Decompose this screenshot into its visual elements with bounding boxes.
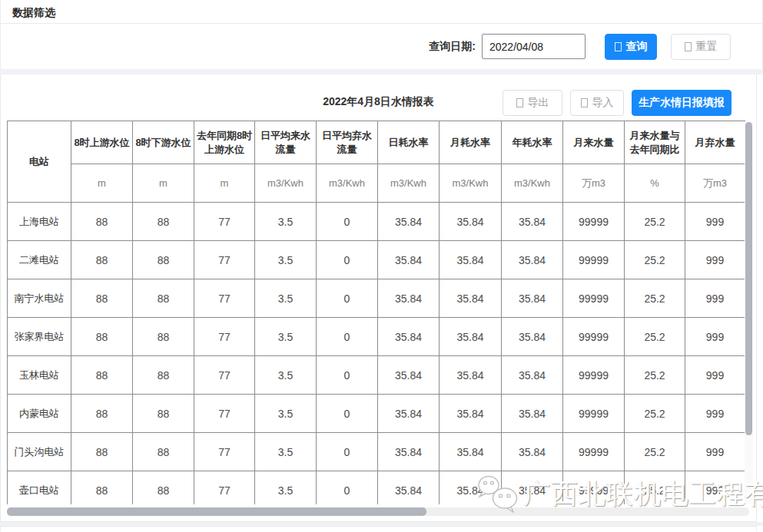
reset-button[interactable]: 重置 xyxy=(671,34,731,60)
value-cell: 999 xyxy=(685,356,745,395)
vertical-scrollbar-thumb[interactable] xyxy=(745,122,752,435)
next-card-edge xyxy=(0,526,757,531)
query-date-input[interactable] xyxy=(482,34,586,59)
unit-cell: 万m3 xyxy=(685,164,745,203)
unit-cell: m3/Kwh xyxy=(317,164,378,203)
value-cell: 3.5 xyxy=(255,356,317,395)
fill-button-label: 生产水情日报填报 xyxy=(639,96,725,110)
value-cell: 999 xyxy=(685,241,745,279)
unit-cell: m3/Kwh xyxy=(255,164,317,203)
table-row: 门头沟电站8888773.5035.8435.8435.849999925.29… xyxy=(8,433,745,471)
import-icon xyxy=(581,98,588,107)
vertical-scrollbar xyxy=(745,121,753,504)
horizontal-scrollbar-thumb[interactable] xyxy=(7,507,426,516)
value-cell: 88 xyxy=(71,433,133,471)
value-cell: 35.84 xyxy=(378,203,440,241)
value-cell: 0 xyxy=(317,241,378,279)
search-icon xyxy=(615,42,622,51)
value-cell: 77 xyxy=(194,203,255,241)
value-cell: 77 xyxy=(194,433,255,471)
header-cell: 8时下游水位 xyxy=(133,121,194,164)
filter-title: 数据筛选 xyxy=(1,0,762,24)
value-cell: 35.84 xyxy=(502,241,563,279)
value-cell: 88 xyxy=(71,279,133,318)
value-cell: 35.84 xyxy=(378,279,440,318)
value-cell: 35.84 xyxy=(502,203,563,241)
station-cell: 二滩电站 xyxy=(8,241,71,279)
header-cell: 日平均来水流量 xyxy=(255,121,317,164)
value-cell: 88 xyxy=(133,279,194,318)
value-cell: 35.84 xyxy=(502,318,563,356)
table-row: 上海电站8888773.5035.8435.8435.849999925.299… xyxy=(8,203,745,241)
value-cell: 3.5 xyxy=(255,433,317,471)
value-cell: 77 xyxy=(194,241,255,279)
value-cell: 3.5 xyxy=(255,241,317,279)
value-cell: 88 xyxy=(133,203,194,241)
reset-icon xyxy=(685,42,692,51)
export-button-label: 导出 xyxy=(528,96,549,110)
value-cell: 25.2 xyxy=(625,356,685,395)
value-cell: 99999 xyxy=(563,203,625,241)
table-row: 二滩电站8888773.5035.8435.8435.849999925.299… xyxy=(8,241,745,279)
value-cell: 25.2 xyxy=(625,433,685,471)
water-report-table: 电站8时上游水位8时下游水位去年同期8时上游水位日平均来水流量日平均弃水流量日耗… xyxy=(7,121,745,504)
value-cell: 35.84 xyxy=(378,318,440,356)
value-cell: 88 xyxy=(133,395,194,433)
value-cell: 35.84 xyxy=(440,318,502,356)
value-cell: 77 xyxy=(194,356,255,395)
value-cell: 35.84 xyxy=(440,203,502,241)
value-cell: 25.2 xyxy=(625,471,685,505)
value-cell: 88 xyxy=(133,356,194,395)
value-cell: 0 xyxy=(317,318,378,356)
value-cell: 25.2 xyxy=(625,241,685,279)
value-cell: 99999 xyxy=(563,433,625,471)
value-cell: 35.84 xyxy=(378,433,440,471)
value-cell: 35.84 xyxy=(440,433,502,471)
horizontal-scrollbar xyxy=(7,507,749,516)
unit-cell: m3/Kwh xyxy=(502,164,563,203)
value-cell: 999 xyxy=(685,318,745,356)
value-cell: 35.84 xyxy=(502,395,563,433)
value-cell: 3.5 xyxy=(255,471,317,505)
station-cell: 张家界电站 xyxy=(8,318,71,356)
header-cell: 日耗水率 xyxy=(378,121,440,164)
unit-cell: m xyxy=(194,164,255,203)
value-cell: 99999 xyxy=(563,395,625,433)
value-cell: 25.2 xyxy=(625,318,685,356)
value-cell: 88 xyxy=(133,433,194,471)
header-cell: 月来水量 xyxy=(563,121,625,164)
value-cell: 35.84 xyxy=(440,279,502,318)
value-cell: 88 xyxy=(71,395,133,433)
unit-cell: m3/Kwh xyxy=(378,164,440,203)
value-cell: 99999 xyxy=(563,279,625,318)
value-cell: 999 xyxy=(685,471,745,505)
daily-report-fill-button[interactable]: 生产水情日报填报 xyxy=(632,90,731,116)
unit-cell: m3/Kwh xyxy=(440,164,502,203)
table-row: 玉林电站8888773.5035.8435.8435.849999925.299… xyxy=(8,356,745,395)
header-cell: 月耗水率 xyxy=(440,121,502,164)
value-cell: 25.2 xyxy=(625,203,685,241)
unit-cell: % xyxy=(625,164,685,203)
value-cell: 77 xyxy=(194,395,255,433)
header-cell: 月弃水量 xyxy=(685,121,745,164)
import-button[interactable]: 导入 xyxy=(570,90,624,116)
filter-body: 查询日期: 查询 重置 xyxy=(1,24,762,69)
import-button-label: 导入 xyxy=(592,96,614,110)
station-cell: 上海电站 xyxy=(8,203,71,241)
value-cell: 35.84 xyxy=(378,471,440,505)
value-cell: 88 xyxy=(71,241,133,279)
value-cell: 77 xyxy=(194,279,255,318)
header-cell: 去年同期8时上游水位 xyxy=(194,121,255,164)
value-cell: 0 xyxy=(317,203,378,241)
value-cell: 3.5 xyxy=(255,203,317,241)
station-cell: 玉林电站 xyxy=(8,356,71,395)
query-date-label: 查询日期: xyxy=(429,40,476,54)
page-gap xyxy=(0,69,763,74)
export-button[interactable]: 导出 xyxy=(503,90,562,116)
water-report-table-zone: 电站8时上游水位8时下游水位去年同期8时上游水位日平均来水流量日平均弃水流量日耗… xyxy=(7,121,754,504)
query-button[interactable]: 查询 xyxy=(605,34,657,60)
header-cell: 年耗水率 xyxy=(502,121,563,164)
reset-button-label: 重置 xyxy=(696,40,718,54)
value-cell: 99999 xyxy=(563,471,625,505)
value-cell: 3.5 xyxy=(255,395,317,433)
